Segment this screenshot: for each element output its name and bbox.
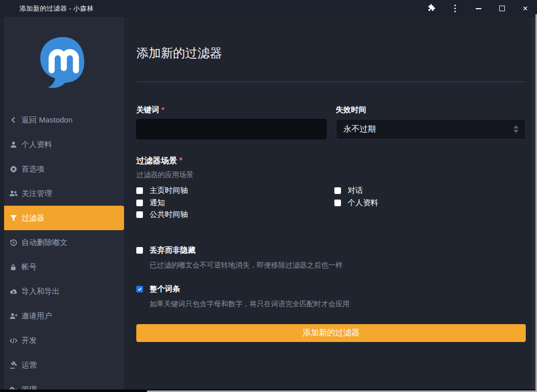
sidebar-item-label: 首选项: [21, 164, 44, 174]
filter-form-page: 添加新的过滤器 关键词* 失效时间 永不过期: [124, 17, 537, 392]
sidebar-item-label: 邀请用户: [21, 311, 52, 321]
sidebar-item-label: 关注管理: [21, 189, 52, 199]
expiry-select[interactable]: 永不过期: [336, 119, 526, 139]
checkbox-unchecked[interactable]: [136, 247, 143, 254]
sidebar-item-auto-delete[interactable]: 自动删除嘟文: [0, 230, 124, 255]
required-asterisk: *: [179, 156, 182, 165]
context-option-profile[interactable]: 个人资料: [334, 197, 526, 209]
whole-word-option: 整个词条 如果关键词只包含字母和数字，将只在词语完全匹配时才会应用: [136, 284, 526, 309]
users-icon: [9, 189, 18, 198]
lock-icon: [9, 262, 18, 272]
sidebar-item-label: 运营: [21, 360, 37, 370]
required-asterisk: *: [161, 105, 164, 114]
sidebar-item-development[interactable]: 开发: [0, 328, 124, 353]
expiry-label: 失效时间: [336, 105, 526, 115]
sidebar-item-label: 个人资料: [21, 140, 52, 150]
sidebar-item-account[interactable]: 帐号: [0, 255, 124, 279]
context-option-notifications[interactable]: 通知: [136, 197, 334, 209]
sidebar-item-filters[interactable]: 过滤器: [0, 206, 124, 230]
context-option-home[interactable]: 主页时间轴: [136, 185, 334, 197]
app-body: 返回 Mastodon 个人资料 首选项: [0, 17, 537, 392]
minimize-icon: [476, 8, 481, 9]
kebab-menu-icon: [454, 5, 456, 12]
contexts-hint: 过滤器的应用场景: [136, 169, 526, 180]
code-icon: [9, 336, 18, 345]
window-controls: ×: [420, 0, 537, 17]
checkbox-label: 整个词条: [150, 284, 180, 294]
irreversible-toggle[interactable]: 丢弃而非隐藏: [136, 246, 526, 255]
maximize-icon: [499, 6, 505, 11]
sidebar-item-moderation[interactable]: 运营: [0, 353, 124, 377]
contexts-section: 过滤器场景* 过滤器的应用场景 主页时间轴 通知: [136, 156, 526, 221]
sidebar-item-profile[interactable]: 个人资料: [0, 132, 124, 157]
sidebar-item-label: 自动删除嘟文: [21, 238, 67, 248]
sidebar-item-follows[interactable]: 关注管理: [0, 181, 124, 206]
checkbox-unchecked[interactable]: [136, 211, 143, 218]
history-icon: [9, 238, 18, 247]
maximize-button[interactable]: [490, 0, 514, 17]
gavel-icon: [9, 360, 18, 370]
checkbox-label: 公共时间轴: [150, 210, 188, 219]
keyword-input[interactable]: [136, 119, 327, 139]
extension-button[interactable]: [420, 0, 443, 17]
checkbox-label: 通知: [150, 198, 165, 208]
user-icon: [9, 140, 18, 149]
checkbox-unchecked[interactable]: [136, 200, 143, 206]
filter-icon: [9, 213, 18, 223]
checkbox-label: 对话: [348, 186, 363, 195]
browser-menu-button[interactable]: [443, 0, 467, 17]
contexts-left-column: 主页时间轴 通知 公共时间轴: [136, 185, 334, 221]
mastodon-logo: [36, 35, 89, 91]
context-option-conversations[interactable]: 对话: [334, 185, 526, 197]
page-title: 添加新的过滤器: [136, 45, 526, 61]
expiry-selected-value: 永不过期: [344, 124, 376, 135]
minimize-button[interactable]: [467, 0, 490, 17]
add-filter-button[interactable]: 添加新的过滤器: [136, 324, 526, 342]
checkbox-label: 主页时间轴: [150, 186, 188, 195]
whole-word-hint: 如果关键词只包含字母和数字，将只在词语完全匹配时才会应用: [150, 299, 526, 309]
keyword-label: 关键词*: [136, 105, 327, 115]
sidebar-item-invites[interactable]: 邀请用户: [0, 304, 124, 328]
sidebar-item-import-export[interactable]: 导入和导出: [0, 279, 124, 304]
close-icon: ×: [523, 4, 528, 13]
whole-word-toggle[interactable]: 整个词条: [136, 284, 526, 294]
sidebar-item-label: 返回 Mastodon: [21, 115, 72, 125]
cloud-download-icon: [9, 287, 18, 296]
chevron-left-icon: [9, 115, 18, 125]
checkbox-checked[interactable]: [136, 286, 143, 292]
sidebar-item-label: 开发: [21, 336, 37, 346]
gear-icon: [9, 164, 18, 174]
expiry-field-group: 失效时间 永不过期: [336, 105, 526, 139]
checkbox-label: 个人资料: [348, 198, 378, 208]
checkbox-unchecked[interactable]: [334, 200, 341, 206]
sidebar-item-label: 过滤器: [21, 213, 44, 223]
app-window: 添加新的过滤器 - 小森林 ×: [0, 0, 537, 392]
divider: [136, 82, 526, 82]
settings-sidebar: 返回 Mastodon 个人资料 首选项: [0, 17, 124, 392]
irreversible-option: 丢弃而非隐藏 已过滤的嘟文会不可逆转地消失，即便移除过滤器之后也一样: [136, 246, 526, 270]
contexts-right-column: 对话 个人资料: [334, 185, 526, 221]
sidebar-item-label: 帐号: [21, 262, 37, 272]
titlebar: 添加新的过滤器 - 小森林 ×: [0, 0, 537, 17]
checkbox-unchecked[interactable]: [334, 187, 341, 194]
window-title: 添加新的过滤器 - 小森林: [0, 4, 93, 13]
context-option-public[interactable]: 公共时间轴: [136, 209, 334, 221]
checkbox-unchecked[interactable]: [136, 187, 143, 194]
sidebar-nav: 返回 Mastodon 个人资料 首选项: [0, 108, 124, 392]
contexts-options: 主页时间轴 通知 公共时间轴: [136, 185, 526, 221]
select-arrows-icon: [514, 126, 519, 133]
close-button[interactable]: ×: [514, 0, 537, 17]
user-plus-icon: [9, 311, 18, 321]
keyword-field-group: 关键词*: [136, 105, 327, 139]
sidebar-item-preferences[interactable]: 首选项: [0, 157, 124, 181]
sidebar-item-back-to-mastodon[interactable]: 返回 Mastodon: [0, 108, 124, 132]
keyword-expiry-row: 关键词* 失效时间 永不过期: [136, 105, 526, 139]
sidebar-edge: [0, 17, 4, 392]
puzzle-icon: [427, 3, 436, 14]
contexts-label: 过滤器场景*: [136, 156, 526, 166]
checkbox-label: 丢弃而非隐藏: [150, 246, 196, 255]
irreversible-hint: 已过滤的嘟文会不可逆转地消失，即便移除过滤器之后也一样: [150, 260, 526, 270]
sidebar-item-label: 导入和导出: [21, 287, 60, 297]
